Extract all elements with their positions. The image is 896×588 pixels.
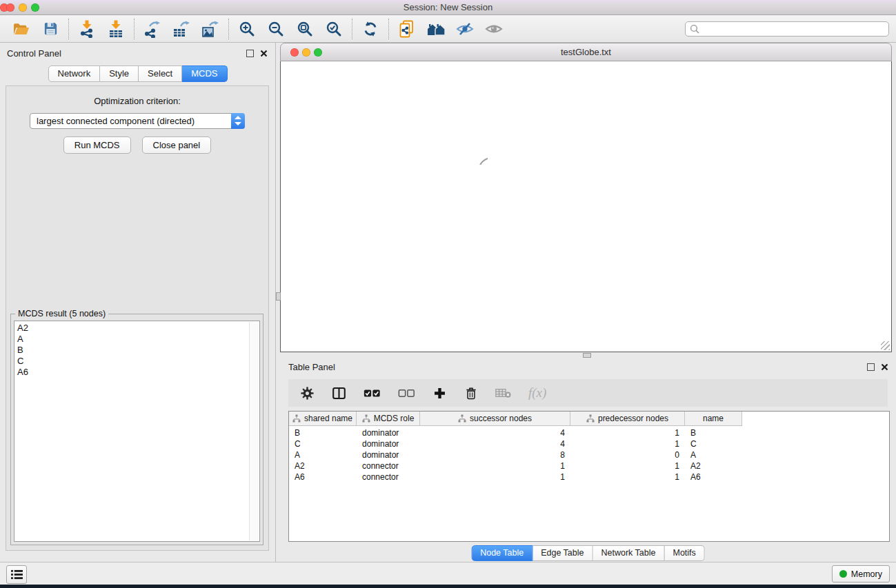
table-cell[interactable]: 1 (420, 461, 570, 471)
mcds-result-item[interactable]: C (14, 356, 259, 367)
open-session-button[interactable] (7, 17, 36, 41)
control-panel-tabs: Network Style Select MCDS (48, 65, 227, 82)
select-all-columns-button[interactable] (364, 389, 381, 398)
tab-motifs[interactable]: Motifs (664, 545, 704, 561)
table-cell[interactable]: A2 (289, 461, 357, 471)
table-cell[interactable]: A (289, 450, 357, 460)
table-cell[interactable]: 1 (570, 461, 685, 471)
add-row-button[interactable] (432, 386, 447, 401)
column-header-MCDS-role[interactable]: MCDS role (357, 412, 420, 426)
table-cell[interactable]: B (289, 428, 357, 438)
tab-style[interactable]: Style (100, 65, 139, 82)
table-cell[interactable]: dominator (357, 428, 420, 438)
result-scrollbar[interactable] (249, 322, 259, 540)
column-header-successor-nodes[interactable]: successor nodes (420, 412, 570, 426)
table-cell[interactable]: 1 (570, 439, 685, 449)
table-row[interactable]: A6connector11A6 (289, 472, 889, 483)
network-graph[interactable]: B4B2BB3A5A8A6B1A3AA1C2A2A4A7C4CC1C3DD1 (281, 61, 488, 165)
tab-network-table[interactable]: Network Table (593, 545, 665, 561)
mcds-result-item[interactable]: B (14, 345, 259, 356)
mcds-result-item[interactable]: A (14, 334, 259, 345)
export-network-button[interactable] (138, 17, 167, 41)
table-cell[interactable]: 0 (570, 450, 685, 460)
search-input[interactable] (685, 21, 889, 37)
network-zoom-button[interactable] (314, 48, 322, 57)
import-network-button[interactable] (72, 17, 101, 41)
column-header-name[interactable]: name (685, 412, 742, 426)
dropdown-stepper-icon[interactable] (231, 113, 245, 129)
table-cell[interactable]: A6 (685, 472, 742, 482)
tab-network[interactable]: Network (48, 65, 100, 82)
table-cell[interactable]: dominator (357, 450, 420, 460)
column-header-label: shared name (304, 414, 352, 423)
run-mcds-button[interactable]: Run MCDS (63, 136, 131, 154)
preview-eye-button[interactable] (479, 17, 508, 41)
node-table[interactable]: shared nameMCDS rolesuccessor nodesprede… (288, 411, 890, 542)
zoom-out-icon (268, 21, 284, 37)
table-cell[interactable]: A6 (289, 472, 357, 482)
zoom-selected-button[interactable] (319, 17, 348, 41)
table-cell[interactable]: C (685, 439, 742, 449)
table-cell[interactable]: A (685, 450, 742, 460)
tab-node-table[interactable]: Node Table (471, 545, 532, 561)
network-close-button[interactable] (290, 48, 299, 57)
export-table-button[interactable] (167, 17, 196, 41)
column-header-shared-name[interactable]: shared name (289, 412, 357, 426)
close-panel-icon[interactable] (260, 50, 268, 57)
memory-button[interactable]: Memory (832, 565, 890, 582)
graph-node-A3[interactable] (479, 158, 488, 165)
new-network-from-selection-button[interactable] (392, 17, 421, 41)
table-settings-button[interactable] (300, 386, 315, 401)
tab-select[interactable]: Select (139, 65, 182, 82)
table-cell[interactable]: dominator (357, 439, 420, 449)
close-table-panel-icon[interactable] (881, 363, 888, 371)
toggle-graphics-details-button[interactable] (450, 17, 479, 41)
home-overview-button[interactable] (421, 17, 450, 41)
tab-edge-table[interactable]: Edge Table (532, 545, 593, 561)
task-history-button[interactable] (6, 565, 27, 584)
table-row[interactable]: Adominator80A (289, 449, 889, 460)
table-row[interactable]: A2connector11A2 (289, 460, 889, 472)
network-canvas[interactable]: B4B2BB3A5A8A6B1A3AA1C2A2A4A7C4CC1C3DD1 (280, 61, 892, 352)
tab-mcds[interactable]: MCDS (182, 65, 227, 82)
table-cell[interactable]: 1 (420, 472, 570, 482)
table-cell[interactable]: C (289, 439, 357, 449)
table-cell[interactable]: connector (357, 461, 420, 471)
criterion-dropdown[interactable]: largest connected component (directed) (30, 113, 245, 129)
table-cell[interactable]: 4 (420, 439, 570, 449)
table-cell[interactable]: A2 (685, 461, 742, 471)
import-table-button[interactable] (101, 17, 130, 41)
close-panel-button[interactable]: Close panel (142, 136, 212, 154)
table-row[interactable]: Cdominator41C (289, 438, 889, 449)
float-panel-icon[interactable] (246, 50, 254, 57)
deselect-all-columns-button[interactable] (398, 389, 415, 398)
zoom-in-button[interactable] (232, 17, 261, 41)
table-row[interactable]: Bdominator41B (289, 427, 889, 438)
save-session-button[interactable] (36, 17, 65, 41)
mcds-result-item[interactable]: A6 (14, 367, 259, 378)
network-minimize-button[interactable] (302, 48, 310, 57)
apply-layout-button[interactable] (356, 17, 385, 41)
vertical-splitter-handle[interactable] (276, 292, 281, 301)
table-cell[interactable]: 1 (570, 428, 685, 438)
column-header-predecessor-nodes[interactable]: predecessor nodes (570, 412, 685, 426)
table-cell[interactable]: B (685, 428, 742, 438)
zoom-out-button[interactable] (261, 17, 290, 41)
show-column-button[interactable] (332, 386, 346, 401)
horizontal-splitter-handle[interactable] (583, 353, 591, 358)
export-image-button[interactable] (196, 17, 225, 41)
table-cell[interactable]: connector (357, 472, 420, 482)
delete-row-button[interactable] (464, 386, 478, 401)
delete-table-button[interactable] (495, 387, 511, 398)
resize-grip-icon[interactable] (881, 341, 890, 350)
table-tabs: Node Table Edge Table Network Table Moti… (471, 545, 705, 561)
network-window-titlebar[interactable]: testGlobe.txt (280, 43, 892, 61)
mcds-result-list[interactable]: A2ABCA6 (14, 321, 260, 542)
table-cell[interactable]: 8 (420, 450, 570, 460)
float-table-panel-icon[interactable] (867, 363, 875, 371)
zoom-fit-button[interactable] (290, 17, 319, 41)
table-cell[interactable]: 1 (570, 472, 685, 482)
mcds-result-item[interactable]: A2 (14, 323, 259, 334)
function-builder-button[interactable]: f(x) (528, 385, 546, 401)
table-cell[interactable]: 4 (420, 428, 570, 438)
